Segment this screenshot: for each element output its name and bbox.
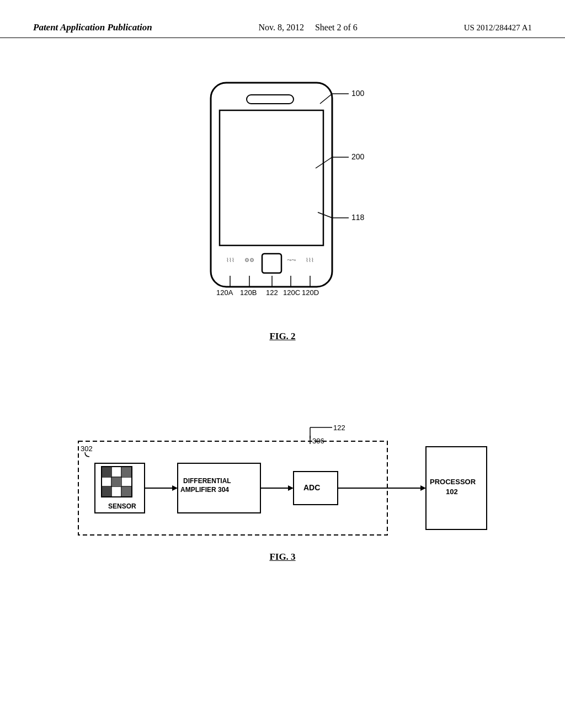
fig2-svg: ⌇⌇⌇ ⚙⚙ ⤳⤳ ⌇⌇⌇ 100 200 118 120A (145, 72, 420, 331)
svg-text:102: 102 (446, 488, 458, 496)
svg-text:120B: 120B (240, 288, 257, 297)
svg-text:122: 122 (266, 288, 278, 297)
svg-text:⚙⚙: ⚙⚙ (244, 257, 254, 263)
svg-text:DIFFERENTIAL: DIFFERENTIAL (183, 477, 231, 485)
header-right: US 2012/284427 A1 (464, 23, 532, 33)
svg-text:200: 200 (351, 152, 365, 161)
svg-rect-1 (247, 95, 294, 104)
svg-text:SENSOR: SENSOR (108, 502, 136, 510)
svg-text:120D: 120D (302, 288, 319, 297)
svg-rect-41 (112, 478, 121, 486)
svg-rect-44 (122, 487, 131, 496)
svg-text:⌇⌇⌇: ⌇⌇⌇ (306, 257, 314, 263)
svg-text:AMPLIFIER 304: AMPLIFIER 304 (180, 486, 229, 494)
svg-text:ADC: ADC (303, 483, 320, 492)
svg-rect-42 (102, 487, 111, 496)
page-header: Patent Application Publication Nov. 8, 2… (0, 22, 565, 38)
svg-text:⌇⌇⌇: ⌇⌇⌇ (226, 257, 234, 263)
header-center: Nov. 8, 2012 Sheet 2 of 6 (258, 23, 357, 33)
svg-text:120C: 120C (283, 288, 300, 297)
fig3-svg: 122 306 302 SENS (73, 419, 492, 546)
svg-rect-2 (220, 110, 323, 245)
svg-marker-47 (172, 485, 178, 491)
svg-text:PROCESSOR: PROCESSOR (430, 478, 476, 486)
svg-rect-43 (122, 467, 131, 477)
svg-marker-56 (420, 485, 426, 491)
svg-text:118: 118 (351, 213, 365, 222)
svg-text:⤳⤳: ⤳⤳ (287, 257, 296, 263)
svg-text:302: 302 (81, 445, 93, 453)
svg-marker-52 (288, 485, 294, 491)
svg-text:122: 122 (333, 424, 345, 432)
svg-rect-40 (102, 467, 111, 477)
header-left: Patent Application Publication (33, 22, 152, 33)
svg-rect-5 (262, 254, 281, 273)
fig2-label: FIG. 2 (269, 331, 295, 342)
svg-text:120A: 120A (216, 288, 233, 297)
svg-text:100: 100 (351, 89, 365, 98)
fig3-label: FIG. 3 (269, 552, 295, 563)
